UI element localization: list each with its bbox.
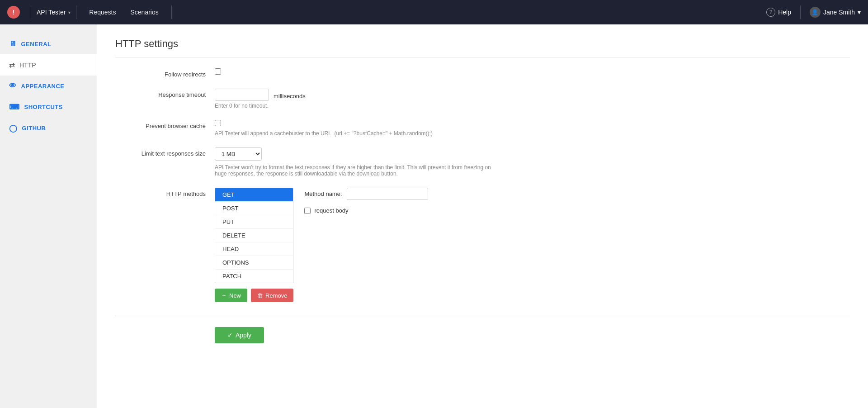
http-methods-label: HTTP methods <box>115 188 206 197</box>
plus-icon: ＋ <box>221 291 227 299</box>
page-title: HTTP settings <box>115 38 850 57</box>
method-item-patch[interactable]: PATCH <box>215 270 293 283</box>
apply-button[interactable]: ✓ Apply <box>215 327 264 343</box>
new-method-button[interactable]: ＋ New <box>215 289 247 302</box>
eye-icon: 👁 <box>9 82 17 90</box>
checkmark-icon: ✓ <box>227 332 233 339</box>
nav-divider-3 <box>171 5 172 19</box>
methods-section: GET POST PUT DELETE HEAD OPTIONS PATCH ＋… <box>215 188 850 302</box>
nav-divider-2 <box>76 5 76 19</box>
method-item-get[interactable]: GET <box>215 188 293 202</box>
response-timeout-input[interactable]: 0 <box>215 89 269 101</box>
response-timeout-hint: Enter 0 for no timeout. <box>215 103 850 109</box>
nav-scenarios[interactable]: Scenarios <box>123 9 165 16</box>
help-icon: ? <box>766 8 775 17</box>
sidebar-item-general[interactable]: 🖥 GENERAL <box>0 33 97 54</box>
sidebar: 🖥 GENERAL ⇄ HTTP 👁 APPEARANCE ⌨ SHORTCUT… <box>0 24 97 408</box>
nav-requests[interactable]: Requests <box>82 9 123 16</box>
method-right-panel: Method name: GET request body <box>304 188 428 214</box>
github-icon: ◯ <box>9 124 18 133</box>
sidebar-item-github[interactable]: ◯ GITHUB <box>0 118 97 139</box>
response-timeout-control: 0 milliseconds Enter 0 for no timeout. <box>215 89 850 109</box>
prevent-cache-hint: API Tester will append a cachebuster to … <box>215 130 850 137</box>
follow-redirects-checkbox[interactable] <box>215 68 221 75</box>
methods-list-wrapper: GET POST PUT DELETE HEAD OPTIONS PATCH ＋… <box>215 188 293 302</box>
apply-label: Apply <box>236 332 251 339</box>
help-label: Help <box>778 9 791 16</box>
http-icon: ⇄ <box>9 61 15 69</box>
remove-method-button[interactable]: 🗑 Remove <box>251 289 293 302</box>
app-logo: ! <box>7 6 20 19</box>
app-name-button[interactable]: API Tester ▾ <box>37 9 71 16</box>
request-body-row: request body <box>304 207 428 214</box>
remove-button-label: Remove <box>265 292 287 299</box>
help-button[interactable]: ? Help <box>766 8 791 17</box>
prevent-cache-row: Prevent browser cache API Tester will ap… <box>115 120 850 137</box>
method-name-label: Method name: <box>304 190 342 197</box>
prevent-cache-checkbox[interactable] <box>215 120 221 126</box>
limit-size-control: 1 MB 5 MB 10 MB 50 MB No limit API Teste… <box>215 147 850 177</box>
method-item-delete[interactable]: DELETE <box>215 229 293 242</box>
nav-divider-4 <box>800 5 801 19</box>
method-name-input[interactable]: GET <box>347 188 428 200</box>
response-timeout-row: Response timeout 0 milliseconds Enter 0 … <box>115 89 850 109</box>
main-layout: 🖥 GENERAL ⇄ HTTP 👁 APPEARANCE ⌨ SHORTCUT… <box>0 24 868 408</box>
sidebar-label-http: HTTP <box>19 62 36 69</box>
user-avatar: 👤 <box>810 7 821 18</box>
sidebar-item-appearance[interactable]: 👁 APPEARANCE <box>0 76 97 96</box>
trash-icon: 🗑 <box>257 292 263 299</box>
sidebar-item-shortcuts[interactable]: ⌨ SHORTCUTS <box>0 96 97 118</box>
apply-row: ✓ Apply <box>115 316 850 343</box>
method-item-options[interactable]: OPTIONS <box>215 256 293 270</box>
method-item-head[interactable]: HEAD <box>215 242 293 256</box>
limit-size-select[interactable]: 1 MB 5 MB 10 MB 50 MB No limit <box>215 147 262 161</box>
http-methods-row: HTTP methods GET POST PUT DELETE HEAD OP… <box>115 188 850 302</box>
follow-redirects-row: Follow redirects <box>115 68 850 78</box>
follow-redirects-label: Follow redirects <box>115 68 206 78</box>
user-chevron-icon: ▾ <box>858 9 861 16</box>
sidebar-item-http[interactable]: ⇄ HTTP <box>0 54 97 76</box>
limit-size-hint: API Tester won't try to format the text … <box>215 164 504 177</box>
methods-buttons: ＋ New 🗑 Remove <box>215 289 293 302</box>
sidebar-label-shortcuts: SHORTCUTS <box>24 104 63 110</box>
monitor-icon: 🖥 <box>9 40 17 48</box>
method-item-put[interactable]: PUT <box>215 215 293 229</box>
request-body-label: request body <box>314 207 348 214</box>
user-name: Jane Smith <box>823 9 855 16</box>
prevent-cache-control: API Tester will append a cachebuster to … <box>215 120 850 137</box>
method-name-row: Method name: GET <box>304 188 428 200</box>
chevron-down-icon: ▾ <box>68 10 71 15</box>
timeout-row: 0 milliseconds <box>215 89 850 101</box>
methods-list: GET POST PUT DELETE HEAD OPTIONS PATCH <box>215 188 293 283</box>
limit-size-row: Limit text responses size 1 MB 5 MB 10 M… <box>115 147 850 177</box>
http-methods-control: GET POST PUT DELETE HEAD OPTIONS PATCH ＋… <box>215 188 850 302</box>
limit-size-label: Limit text responses size <box>115 147 206 157</box>
follow-redirects-control <box>215 68 850 76</box>
nav-divider-1 <box>31 5 31 19</box>
sidebar-label-appearance: APPEARANCE <box>21 83 65 90</box>
app-name-label: API Tester <box>37 9 66 16</box>
new-button-label: New <box>229 292 241 299</box>
request-body-checkbox[interactable] <box>304 208 311 214</box>
keyboard-icon: ⌨ <box>9 103 20 111</box>
response-timeout-label: Response timeout <box>115 89 206 98</box>
navbar: ! API Tester ▾ Requests Scenarios ? Help… <box>0 0 868 24</box>
user-menu[interactable]: 👤 Jane Smith ▾ <box>810 7 861 18</box>
sidebar-label-github: GITHUB <box>22 125 46 132</box>
main-content: HTTP settings Follow redirects Response … <box>97 24 868 408</box>
navbar-right: ? Help 👤 Jane Smith ▾ <box>766 5 861 19</box>
method-item-post[interactable]: POST <box>215 202 293 215</box>
milliseconds-label: milliseconds <box>274 90 306 100</box>
prevent-cache-label: Prevent browser cache <box>115 120 206 129</box>
sidebar-label-general: GENERAL <box>21 41 52 47</box>
